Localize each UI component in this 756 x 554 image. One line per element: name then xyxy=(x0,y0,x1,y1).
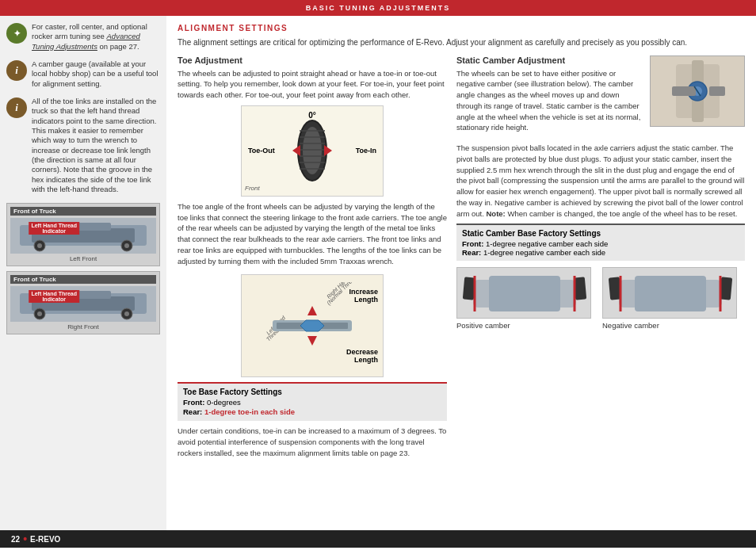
right-column: Static Camber Adjustment The wheels can … xyxy=(456,55,745,464)
svg-point-5 xyxy=(37,243,42,248)
camber-top: Static Camber Adjustment The wheels can … xyxy=(456,55,745,139)
factory-rear-line: Rear: 1-degree toe-in each side xyxy=(183,407,441,416)
factory-front-label: Front: xyxy=(183,398,204,407)
static-settings-title: Static Camber Base Factory Settings xyxy=(462,229,739,238)
static-camber-text1: The wheels can be set to have either pos… xyxy=(456,68,643,134)
static-camber-heading: Static Camber Adjustment xyxy=(456,55,643,65)
front-label: Front xyxy=(245,185,260,192)
toe-degree-label: 0° xyxy=(308,111,316,120)
tire-svg xyxy=(281,115,344,186)
camber-text-block: Static Camber Adjustment The wheels can … xyxy=(456,55,643,139)
truck-diagram-2-label: Front of Truck xyxy=(10,275,156,284)
tip-icon-2: i xyxy=(6,60,27,81)
svg-marker-34 xyxy=(307,336,317,346)
svg-rect-52 xyxy=(635,276,706,311)
negative-camber-label: Negative camber xyxy=(602,321,659,330)
sidebar-tip-3: i All of the toe links are installed on … xyxy=(6,97,160,194)
static-front-line: Front: 1-degree negative camber each sid… xyxy=(462,239,739,248)
tip-icon-3: i xyxy=(6,97,27,118)
static-front-val: 1-degree negative camber each side xyxy=(486,239,608,248)
sidebar-tip-1: ✦ For caster, roll center, and optional … xyxy=(6,22,160,52)
note-text: When camber is changed, the toe angle of… xyxy=(507,209,737,218)
truck-diagram-1-sublabel: Left Front xyxy=(10,255,156,262)
toe-diagram-area: Toe-Out Toe-In 0° Front xyxy=(178,105,447,197)
truck-diagram-2-thread-label: Left Hand ThreadIndicator xyxy=(29,290,79,303)
truck-diagram-1-thread-label: Left Hand ThreadIndicator xyxy=(29,222,79,235)
negative-camber-item: Negative camber xyxy=(602,267,737,330)
tip-text-3: All of the toe links are installed on th… xyxy=(32,97,160,194)
positive-camber-label: Positive camber xyxy=(456,321,510,330)
camber-bottom-images: Positive camber xyxy=(456,267,745,330)
svg-rect-40 xyxy=(672,86,696,96)
inc-dec-diagram: Left Hand Threads Right Hand (Normal Thr… xyxy=(241,274,384,377)
sidebar: ✦ For caster, roll center, and optional … xyxy=(0,16,166,530)
svg-point-13 xyxy=(124,311,129,316)
header-title: Basic Tuning Adjustments xyxy=(306,4,451,12)
static-rear-label: Rear: xyxy=(462,248,481,257)
toe-out-label: Toe-Out xyxy=(248,147,275,155)
toe-in-label: Toe-In xyxy=(356,147,376,155)
footer-page-number: 22 xyxy=(11,535,20,544)
header-bar: Basic Tuning Adjustments xyxy=(0,0,756,16)
under-factory-text: Under certain conditions, toe-in can be … xyxy=(178,426,447,458)
factory-rear-label: Rear: xyxy=(183,407,202,416)
static-rear-line: Rear: 1-degree negative camber each side xyxy=(462,248,739,257)
truck-diagram-1: Front of Truck Left Hand ThreadIndicator… xyxy=(6,203,160,266)
truck-diagram-1-label: Front of Truck xyxy=(10,207,156,216)
truck-diagram-1-img: Left Hand ThreadIndicator xyxy=(10,218,156,254)
svg-point-12 xyxy=(37,311,42,316)
svg-marker-24 xyxy=(324,145,332,156)
camber-illustration xyxy=(650,55,745,127)
main-content: Alignment Settings The alignment setting… xyxy=(166,16,756,530)
increase-label: IncreaseLength xyxy=(349,288,378,304)
factory-rear-val: 1-degree toe-in each side xyxy=(204,407,295,416)
factory-settings-box: Toe Base Factory Settings Front: 0-degre… xyxy=(178,382,447,421)
svg-point-6 xyxy=(124,243,129,248)
svg-marker-23 xyxy=(292,145,300,156)
camber-svg xyxy=(652,56,743,126)
sidebar-tip-2: i A camber gauge (available at your loca… xyxy=(6,59,160,89)
svg-marker-33 xyxy=(307,306,317,315)
content-columns: Toe Adjustment The wheels can be adjuste… xyxy=(178,55,745,464)
tip-text-1: For caster, roll center, and optional ro… xyxy=(32,22,160,52)
static-camber-text2: The suspension pivot balls located in th… xyxy=(456,143,745,219)
factory-front-line: Front: 0-degrees xyxy=(183,398,441,407)
section-title: Alignment Settings xyxy=(178,24,745,32)
toe-diagram: Toe-Out Toe-In 0° Front xyxy=(241,105,384,197)
static-camber-section: Static Camber Adjustment The wheels can … xyxy=(456,55,745,330)
positive-camber-item: Positive camber xyxy=(456,267,591,330)
tip-text-2: A camber gauge (available at your local … xyxy=(32,59,160,89)
negative-camber-img xyxy=(602,267,737,319)
truck-diagram-2: Front of Truck Left Hand ThreadIndicator… xyxy=(6,271,160,334)
footer-separator: • xyxy=(23,533,27,545)
toe-heading: Toe Adjustment xyxy=(178,55,447,65)
main-layout: ✦ For caster, roll center, and optional … xyxy=(0,16,756,530)
static-rear-val: 1-degree negative camber each side xyxy=(483,248,605,257)
inc-dec-diagram-wrapper: Left Hand Threads Right Hand (Normal Thr… xyxy=(178,271,447,377)
toe-text-2: The toe angle of the front wheels can be… xyxy=(178,201,447,267)
left-column: Toe Adjustment The wheels can be adjuste… xyxy=(178,55,447,464)
footer: 22 • E-REVO xyxy=(0,530,756,548)
static-settings-box: Static Camber Base Factory Settings Fron… xyxy=(456,224,745,261)
static-front-label: Front: xyxy=(462,239,483,248)
note-label: Note: xyxy=(487,209,506,218)
footer-brand: E-REVO xyxy=(30,535,60,544)
factory-box-title: Toe Base Factory Settings xyxy=(183,388,441,396)
positive-camber-img xyxy=(456,267,591,319)
toe-text-1: The wheels can be adjusted to point stra… xyxy=(178,68,447,101)
decrease-label: DecreaseLength xyxy=(346,348,378,364)
negative-camber-svg xyxy=(603,268,737,319)
svg-rect-45 xyxy=(489,276,560,311)
svg-rect-41 xyxy=(709,86,725,96)
truck-diagram-2-sublabel: Right Front xyxy=(10,323,156,330)
truck-diagram-2-img: Left Hand ThreadIndicator xyxy=(10,286,156,322)
positive-camber-svg xyxy=(457,268,591,319)
svg-point-15 xyxy=(303,127,322,174)
svg-marker-32 xyxy=(300,320,324,331)
factory-front-val: 0-degrees xyxy=(207,398,241,407)
intro-text: The alignment settings are critical for … xyxy=(178,37,745,49)
tip-icon-1: ✦ xyxy=(6,23,27,44)
